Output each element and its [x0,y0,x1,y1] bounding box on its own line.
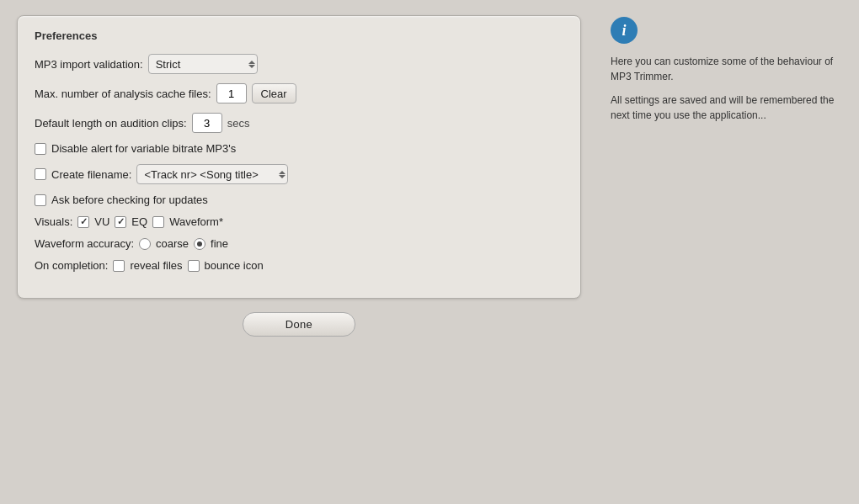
audition-unit: secs [227,117,250,130]
ask-updates-label: Ask before checking for updates [51,194,208,206]
visuals-row: Visuals: VU EQ Waveform* [35,215,563,228]
visuals-vu-checkbox[interactable] [77,216,89,228]
audition-label: Default length on audition clips: [35,117,187,130]
preferences-title: Preferences [35,29,563,42]
left-panel: Preferences MP3 import validation: Stric… [0,0,598,504]
visuals-vu-label: VU [94,215,109,228]
cache-input[interactable] [216,83,247,103]
disable-alert-label: Disable alert for variable bitrate MP3's [51,142,236,155]
waveform-label: Waveform accuracy: [35,237,134,250]
info-para1: Here you can customize some of the behav… [611,54,842,84]
waveform-coarse-label: coarse [156,237,189,250]
completion-row: On completion: reveal files bounce icon [35,259,563,272]
create-filename-select[interactable]: <Track nr> <Song title> <Song title> <Tr… [136,164,288,184]
create-filename-checkbox[interactable] [35,168,46,180]
create-filename-label: Create filename: [51,168,131,181]
mp3-validation-row: MP3 import validation: Strict Lenient No… [35,54,563,74]
completion-bounce-label: bounce icon [205,259,264,272]
mp3-validation-select-wrapper[interactable]: Strict Lenient None [148,54,258,74]
info-para2: All settings are saved and will be remem… [611,93,842,123]
visuals-waveform-label: Waveform* [169,215,223,228]
right-panel: i Here you can customize some of the beh… [598,0,859,504]
completion-reveal-label: reveal files [130,259,182,272]
ask-updates-checkbox[interactable] [35,194,46,206]
done-button-wrap: Done [17,312,581,337]
mp3-validation-select[interactable]: Strict Lenient None [148,54,258,74]
mp3-validation-label: MP3 import validation: [35,58,143,71]
visuals-eq-label: EQ [131,215,147,228]
clear-button[interactable]: Clear [252,83,296,103]
info-icon: i [611,17,638,44]
done-button[interactable]: Done [243,312,355,337]
completion-reveal-checkbox[interactable] [113,260,125,272]
audition-row: Default length on audition clips: secs [35,113,563,133]
create-filename-row: Create filename: <Track nr> <Song title>… [35,164,563,184]
waveform-fine-radio[interactable] [194,238,205,250]
cache-row: Max. number of analysis cache files: Cle… [35,83,563,103]
info-text: Here you can customize some of the behav… [611,54,842,123]
cache-label: Max. number of analysis cache files: [35,88,211,100]
waveform-accuracy-row: Waveform accuracy: coarse fine [35,237,563,250]
preferences-box: Preferences MP3 import validation: Stric… [17,15,581,299]
visuals-waveform-checkbox[interactable] [152,216,164,228]
audition-input[interactable] [192,113,222,133]
completion-label: On completion: [35,259,108,272]
visuals-label: Visuals: [35,215,72,228]
completion-bounce-checkbox[interactable] [188,260,200,272]
visuals-eq-checkbox[interactable] [115,216,126,228]
ask-updates-row: Ask before checking for updates [35,194,563,206]
disable-alert-row: Disable alert for variable bitrate MP3's [35,142,563,155]
waveform-fine-label: fine [211,237,228,250]
waveform-coarse-radio[interactable] [139,238,151,250]
create-filename-select-wrapper[interactable]: <Track nr> <Song title> <Song title> <Tr… [136,164,288,184]
disable-alert-checkbox[interactable] [35,143,46,155]
